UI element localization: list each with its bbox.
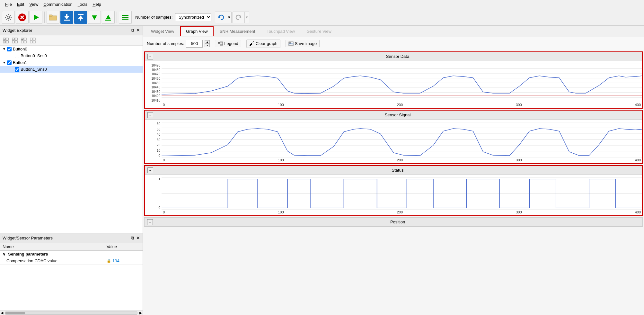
samples-input[interactable] — [186, 40, 203, 48]
stop-button[interactable] — [16, 11, 29, 24]
program-button[interactable] — [88, 11, 101, 24]
menu-help[interactable]: Help — [90, 1, 104, 7]
scroll-thumb[interactable] — [5, 312, 25, 314]
sensor-data-chart-wrap: 10490 10480 10470 10460 10450 10440 1043… — [145, 64, 642, 102]
status-collapse-btn[interactable]: − — [147, 167, 153, 173]
widget-explorer-restore-icon[interactable]: ⧉ — [131, 28, 134, 33]
redo-dropdown[interactable]: ▾ — [244, 12, 249, 23]
toolbar-separator-2 — [117, 12, 117, 23]
scroll-right-btn[interactable]: ▶ — [139, 311, 143, 315]
menu-communication[interactable]: Communication — [41, 1, 75, 7]
params-group-arrow: ∨ — [3, 252, 6, 256]
svg-rect-46 — [220, 44, 223, 45]
undo-dropdown[interactable]: ▾ — [227, 12, 231, 23]
position-header: + Position — [145, 218, 642, 227]
export-button[interactable] — [102, 11, 115, 24]
spinner-down[interactable]: ▼ — [205, 44, 210, 47]
params-panel: Widget/Sensor Parameters ⧉ ✕ Name Value … — [0, 233, 143, 310]
sensor-data-content: 10490 10480 10470 10460 10450 10440 1043… — [145, 61, 642, 108]
params-col-name: Name — [0, 243, 104, 250]
tree-item-button0-sns0[interactable]: ▶ Button0_Sns0 — [0, 52, 143, 59]
graph-section-status: − Status 1 0 — [144, 165, 643, 216]
status-header: − Status — [145, 166, 642, 175]
menubar: File Edit View Communication Tools Help — [0, 0, 644, 9]
svg-marker-13 — [92, 15, 97, 20]
we-collapse-all-button[interactable] — [11, 37, 19, 44]
menu-tools[interactable]: Tools — [75, 1, 90, 7]
params-restore-icon[interactable]: ⧉ — [131, 235, 134, 241]
position-collapse-btn[interactable]: + — [147, 219, 153, 225]
sensor-signal-title: Sensor Signal — [156, 113, 640, 117]
tree-label-button1: Button1 — [13, 60, 27, 65]
tree-item-button1-sns0[interactable]: ▶ Button1_Sns0 — [0, 66, 143, 73]
left-panel-scrollbar[interactable]: ◀ ▶ — [0, 310, 143, 315]
params-group-sensing[interactable]: ∨ Sensing parameters — [0, 251, 143, 257]
we-expand-all-button[interactable] — [2, 37, 10, 44]
widget-explorer-close-icon[interactable]: ✕ — [136, 28, 140, 33]
tab-widget-view[interactable]: Widget View — [146, 27, 180, 36]
open-button[interactable] — [47, 11, 59, 24]
sensor-data-collapse-btn[interactable]: − — [147, 54, 153, 59]
params-cell-value-cdac: 🔒 194 — [104, 257, 143, 264]
play-button[interactable] — [30, 11, 42, 24]
legend-button[interactable]: Legend — [215, 40, 241, 47]
menu-file[interactable]: File — [3, 1, 14, 7]
toolbar-separator-1 — [44, 12, 45, 23]
tree-check-button1[interactable] — [7, 60, 12, 65]
clear-graph-label: Clear graph — [256, 41, 278, 46]
we-deselect-all-button[interactable] — [29, 37, 37, 44]
clear-graph-button[interactable]: 🖌 Clear graph — [246, 40, 280, 48]
list-button[interactable] — [119, 11, 132, 24]
menu-edit[interactable]: Edit — [14, 1, 27, 7]
tab-graph-view[interactable]: Graph View — [180, 26, 214, 36]
sensor-signal-y-axis: 60 50 40 30 20 10 0 — [145, 122, 162, 158]
tree-item-button0[interactable]: ▼ Button0 — [0, 46, 143, 52]
graph-area[interactable]: − Sensor Data 10490 10480 10470 10460 10… — [143, 50, 644, 315]
position-title: Position — [155, 220, 640, 224]
graph-section-position: + Position — [144, 217, 643, 227]
stop-icon — [18, 13, 27, 22]
tree-check-button0[interactable] — [7, 47, 12, 51]
play-icon — [32, 14, 40, 21]
redo-main[interactable] — [233, 12, 244, 23]
save-image-button[interactable]: Save image — [286, 40, 320, 47]
program-icon — [91, 14, 98, 21]
tree-label-button1-sns0: Button1_Sns0 — [21, 67, 47, 72]
read-mode-select[interactable]: Synchronized Continuous Single — [175, 13, 211, 21]
svg-rect-6 — [49, 15, 52, 16]
svg-rect-30 — [15, 41, 17, 43]
spinner-up[interactable]: ▲ — [205, 40, 210, 44]
svg-rect-25 — [6, 41, 8, 43]
sensor-data-svg — [162, 64, 642, 102]
undo-main[interactable] — [215, 12, 227, 23]
tree-label-button0-sns0: Button0_Sns0 — [21, 53, 47, 58]
redo-button[interactable]: ▾ — [233, 12, 249, 23]
tab-touchpad-view: Touchpad View — [261, 27, 300, 36]
undo-button[interactable]: ▾ — [215, 12, 232, 23]
settings-button[interactable] — [2, 11, 15, 24]
sensor-signal-svg — [162, 122, 642, 158]
scroll-left-btn[interactable]: ◀ — [0, 311, 4, 315]
tree-arrow-button0: ▼ — [3, 47, 7, 51]
download-button[interactable] — [60, 11, 73, 24]
menu-view[interactable]: View — [27, 1, 41, 7]
tree-check-button0-sns0[interactable] — [15, 54, 19, 58]
graph-section-sensor-signal: − Sensor Signal 60 50 40 30 20 10 0 — [144, 110, 643, 164]
svg-rect-31 — [12, 41, 14, 43]
we-select-all-button[interactable] — [20, 37, 28, 44]
sensor-data-header: − Sensor Data — [145, 52, 642, 61]
svg-rect-38 — [33, 38, 35, 40]
tree-item-button1[interactable]: ▼ Button1 — [0, 59, 143, 66]
svg-point-0 — [7, 16, 10, 19]
svg-rect-36 — [24, 41, 26, 43]
upload-icon — [77, 14, 84, 21]
scroll-track[interactable] — [5, 311, 137, 315]
sensor-signal-collapse-btn[interactable]: − — [147, 112, 153, 118]
tab-snr-measurement[interactable]: SNR Measurement — [214, 27, 261, 36]
upload-button[interactable] — [74, 11, 87, 24]
save-image-icon — [288, 41, 294, 46]
right-panel: Widget View Graph View SNR Measurement T… — [143, 26, 644, 315]
tree-check-button1-sns0[interactable] — [15, 67, 19, 72]
params-group-label: Sensing parameters — [8, 252, 48, 256]
params-close-icon[interactable]: ✕ — [136, 235, 140, 241]
